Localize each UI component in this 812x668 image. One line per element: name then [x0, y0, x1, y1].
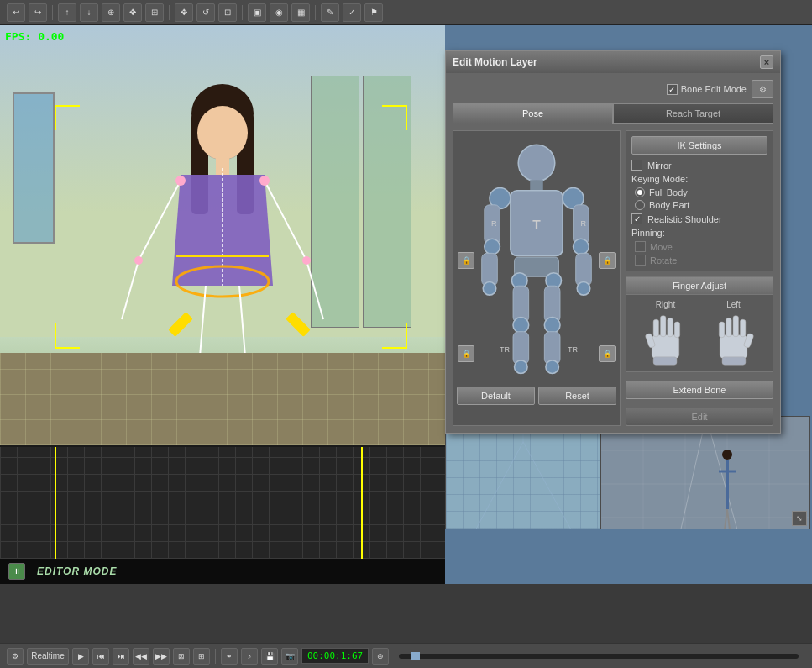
reset-button[interactable]: Reset: [538, 387, 616, 405]
camera-button[interactable]: ▣: [248, 3, 266, 22]
svg-rect-56: [726, 318, 732, 336]
full-body-radio[interactable]: Full Body: [635, 187, 767, 197]
render-button[interactable]: ▦: [291, 3, 310, 22]
timeline-panel[interactable]: [0, 445, 445, 559]
stop-button[interactable]: ⏮: [92, 648, 109, 665]
svg-text:T: T: [532, 217, 541, 231]
dialog-close-button[interactable]: ×: [760, 55, 773, 69]
svg-line-60: [446, 442, 523, 529]
svg-point-15: [259, 176, 270, 186]
svg-rect-18: [168, 312, 193, 337]
svg-rect-42: [513, 332, 529, 365]
keying-mode-radio-group: Full Body Body Part: [635, 187, 767, 210]
pause-button[interactable]: ⏸: [8, 563, 25, 580]
edit-button[interactable]: Edit: [626, 408, 773, 426]
bone-edit-bar: Bone Edit Mode ⚙: [453, 80, 773, 98]
svg-point-16: [134, 256, 143, 265]
svg-rect-48: [660, 316, 666, 337]
lock-icon-top-right[interactable]: 🔒: [599, 252, 616, 269]
scrubber-thumb[interactable]: [411, 652, 420, 660]
lock-icon-bottom-right[interactable]: 🔒: [599, 345, 616, 362]
svg-rect-19: [286, 312, 311, 337]
save-scene-button[interactable]: 💾: [261, 648, 278, 665]
light-button[interactable]: ◉: [270, 3, 288, 22]
paint-button[interactable]: ✎: [321, 3, 339, 22]
main-viewport[interactable]: FPS: 0.00: [0, 25, 445, 584]
editor-mode-label: EDITOR MODE: [37, 565, 117, 577]
svg-rect-5: [216, 158, 229, 175]
svg-point-45: [546, 360, 559, 374]
finger-hands: Right: [626, 295, 773, 371]
scale-button[interactable]: ✥: [123, 3, 142, 22]
ik-settings-title[interactable]: IK Settings: [631, 136, 767, 155]
main-toolbar: ↩ ↪ ↑ ↓ ⊕ ✥ ⊞ ✥ ↺ ⊡ ▣ ◉ ▦ ✎ ✓ ⚑: [0, 0, 812, 25]
pinning-label-row: Pinning:: [631, 228, 767, 238]
export-button[interactable]: 📷: [281, 648, 298, 665]
flag-button[interactable]: ⚑: [364, 3, 383, 22]
prev-frame-button[interactable]: ◀◀: [133, 648, 149, 665]
move-down-button[interactable]: ↓: [80, 3, 98, 22]
link-button[interactable]: ⚭: [221, 648, 238, 665]
bone-edit-mode-checkbox[interactable]: [667, 84, 678, 95]
toolbar-separator-3: [242, 5, 243, 20]
svg-rect-49: [668, 318, 673, 336]
timeline-grid: [0, 447, 445, 559]
next-frame-button[interactable]: ▶▶: [153, 648, 170, 665]
transform-button[interactable]: ⊞: [145, 3, 164, 22]
align-button[interactable]: ↺: [196, 3, 215, 22]
mirror-row: Mirror: [631, 160, 767, 171]
rotate-button[interactable]: ⊕: [102, 3, 120, 22]
full-body-radio-circle[interactable]: [635, 187, 645, 197]
rotate-checkbox[interactable]: [635, 255, 646, 266]
right-hand-svg[interactable]: [642, 312, 689, 366]
bone-edit-mode-label[interactable]: Bone Edit Mode: [667, 84, 747, 95]
loop-button[interactable]: ⊠: [173, 648, 190, 665]
body-part-radio-circle[interactable]: [635, 200, 645, 210]
left-hand-svg[interactable]: [710, 312, 757, 366]
tab-reach-target[interactable]: Reach Target: [613, 103, 773, 124]
lock-icon-top-left[interactable]: 🔒: [458, 252, 474, 269]
realistic-shoulder-checkbox[interactable]: [631, 213, 642, 224]
r-label-right: R: [581, 219, 587, 354]
mirror-checkbox[interactable]: [631, 160, 642, 171]
svg-point-17: [302, 256, 311, 265]
time-settings-button[interactable]: ⊕: [372, 648, 389, 665]
tab-pose[interactable]: Pose: [453, 103, 613, 124]
bone-settings-icon-button[interactable]: ⚙: [752, 80, 773, 98]
fps-display: FPS: 0.00: [5, 30, 64, 43]
dialog-titlebar: Edit Motion Layer ×: [446, 51, 780, 73]
record-button[interactable]: ⊞: [193, 648, 210, 665]
rotate-checkbox-row: Rotate: [635, 255, 767, 266]
figure-panel: 🔒 🔒 🔒 🔒 R R TR TR: [453, 130, 621, 426]
lock-icon-bottom-left[interactable]: 🔒: [458, 345, 474, 362]
grid-button[interactable]: ⊡: [218, 3, 237, 22]
toolbar-separator-2: [169, 5, 170, 20]
pivot-button[interactable]: ✥: [175, 3, 193, 22]
body-part-radio[interactable]: Body Part: [635, 200, 767, 210]
svg-line-9: [306, 260, 323, 319]
move-label: Move: [650, 242, 673, 252]
svg-rect-47: [653, 319, 659, 336]
move-up-button[interactable]: ↑: [58, 3, 76, 22]
rotate-label: Rotate: [650, 255, 677, 266]
redo-button[interactable]: ↪: [29, 3, 47, 22]
undo-button[interactable]: ↩: [7, 3, 25, 22]
check-button[interactable]: ✓: [343, 3, 361, 22]
realtime-button[interactable]: Realtime: [27, 648, 69, 665]
realistic-shoulder-row[interactable]: Realistic Shoulder: [631, 213, 767, 224]
time-display: 00:00:1:67: [301, 648, 369, 664]
play-button[interactable]: ▶: [72, 648, 89, 665]
finger-adjust-section: Finger Adjust Right: [626, 276, 773, 372]
right-area: Edit Motion Layer × Bone Edit Mode ⚙ Pos…: [445, 25, 812, 584]
expand-button[interactable]: ⤡: [792, 511, 807, 526]
r-label-left: R: [491, 219, 497, 354]
audio-button[interactable]: ♪: [241, 648, 258, 665]
finger-adjust-title[interactable]: Finger Adjust: [626, 277, 773, 295]
timeline-scrubber[interactable]: [399, 654, 799, 659]
settings-ctrl-button[interactable]: ⚙: [7, 648, 24, 665]
default-button[interactable]: Default: [457, 387, 535, 405]
svg-rect-53: [720, 335, 747, 359]
move-checkbox[interactable]: [635, 241, 646, 252]
extend-bone-button[interactable]: Extend Bone: [626, 381, 773, 399]
next-button[interactable]: ⏭: [113, 648, 129, 665]
